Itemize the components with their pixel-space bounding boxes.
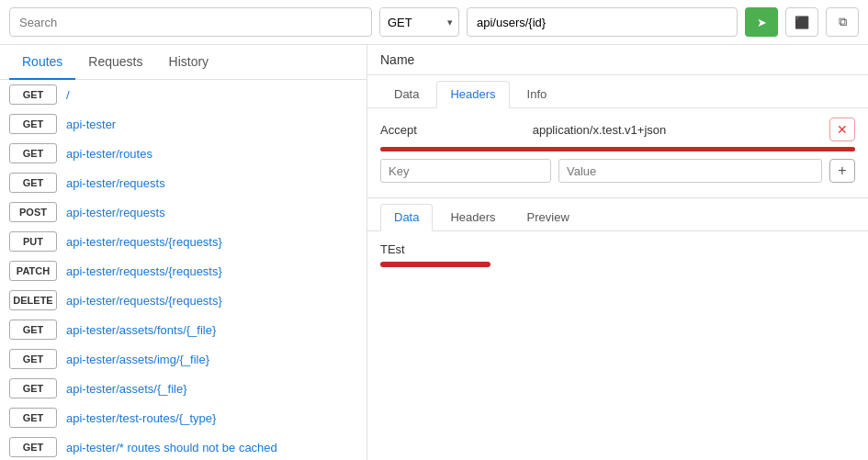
- main-content: Routes Requests History GET / GET api-te…: [0, 45, 868, 460]
- tab-headers[interactable]: Headers: [436, 81, 509, 108]
- route-path: api-tester/requests/{requests}: [66, 235, 222, 249]
- method-select-wrapper: GET POST PUT PATCH DELETE ▾: [379, 7, 459, 37]
- method-badge: GET: [9, 320, 57, 340]
- response-label: TEst: [380, 242, 855, 256]
- new-header-row: +: [380, 159, 855, 183]
- method-badge: GET: [9, 408, 57, 428]
- url-input[interactable]: [467, 7, 738, 37]
- list-item[interactable]: DELETE api-tester/requests/{requests}: [0, 286, 366, 315]
- list-item[interactable]: GET api-tester/test-routes/{_type}: [0, 403, 366, 432]
- header-key-label: Accept: [380, 123, 525, 137]
- search-input[interactable]: [9, 7, 372, 37]
- response-tab-headers[interactable]: Headers: [436, 204, 509, 230]
- list-item[interactable]: GET api-tester/routes: [0, 139, 366, 168]
- headers-section: Accept application/x.test.v1+json ✕ +: [367, 108, 868, 197]
- response-tab-data[interactable]: Data: [380, 204, 433, 231]
- top-bar: GET POST PUT PATCH DELETE ▾ ➤ ⬛ ⧉: [0, 0, 868, 45]
- response-body: TEst: [367, 231, 868, 460]
- method-badge: GET: [9, 143, 57, 163]
- dropdown-arrow-icon: ▾: [442, 17, 458, 28]
- tab-routes[interactable]: Routes: [9, 45, 75, 80]
- delete-header-button[interactable]: ✕: [829, 118, 855, 141]
- method-badge: GET: [9, 173, 57, 193]
- route-path: api-tester/requests: [66, 206, 165, 219]
- list-item[interactable]: GET api-tester: [0, 109, 366, 139]
- method-select[interactable]: GET POST PUT PATCH DELETE: [380, 8, 442, 36]
- copy-button[interactable]: ⧉: [826, 7, 859, 37]
- route-path: api-tester/assets/{_file}: [66, 382, 187, 396]
- tab-history[interactable]: History: [156, 45, 222, 80]
- route-path: api-tester/requests/{requests}: [66, 294, 222, 308]
- route-path: api-tester/requests/{requests}: [66, 264, 222, 278]
- method-badge: POST: [9, 202, 57, 222]
- method-badge: GET: [9, 114, 57, 134]
- list-item[interactable]: GET api-tester/requests: [0, 168, 366, 197]
- save-icon: ⬛: [795, 16, 809, 29]
- header-row: Accept application/x.test.v1+json ✕: [380, 118, 855, 141]
- list-item[interactable]: GET api-tester/assets/{_file}: [0, 374, 366, 403]
- route-path: api-tester/assets/fonts/{_file}: [66, 323, 216, 337]
- header-value-label: application/x.test.v1+json: [533, 123, 822, 137]
- method-badge: GET: [9, 437, 57, 457]
- route-list: GET / GET api-tester GET api-tester/rout…: [0, 80, 366, 460]
- tab-data[interactable]: Data: [380, 81, 433, 107]
- copy-icon: ⧉: [839, 15, 847, 29]
- method-badge: GET: [9, 349, 57, 369]
- send-button[interactable]: ➤: [745, 7, 778, 37]
- method-badge: GET: [9, 84, 57, 105]
- left-panel: Routes Requests History GET / GET api-te…: [0, 45, 367, 460]
- list-item[interactable]: POST api-tester/requests: [0, 197, 366, 227]
- left-tabs: Routes Requests History: [0, 45, 366, 80]
- route-path: api-tester/routes: [66, 147, 152, 161]
- method-badge: GET: [9, 378, 57, 398]
- request-tabs: Data Headers Info: [367, 75, 868, 108]
- route-path: /: [66, 88, 70, 102]
- list-item[interactable]: GET /: [0, 80, 366, 109]
- tab-info[interactable]: Info: [513, 81, 561, 107]
- route-path: api-tester/test-routes/{_type}: [66, 411, 216, 425]
- route-path: api-tester/requests: [66, 176, 165, 190]
- method-badge: PATCH: [9, 261, 57, 281]
- list-item[interactable]: GET api-tester/* routes should not be ca…: [0, 432, 366, 460]
- add-header-button[interactable]: +: [829, 159, 855, 183]
- right-panel: Name Data Headers Info Accept applicatio…: [367, 45, 868, 460]
- header-key-input[interactable]: [380, 159, 551, 183]
- response-tab-preview[interactable]: Preview: [513, 204, 583, 230]
- response-red-bar: [380, 262, 490, 267]
- list-item[interactable]: PATCH api-tester/requests/{requests}: [0, 256, 366, 286]
- method-badge: PUT: [9, 231, 57, 252]
- header-value-input[interactable]: [558, 159, 822, 183]
- route-path: api-tester: [66, 118, 116, 131]
- tab-requests[interactable]: Requests: [75, 45, 155, 80]
- route-path: api-tester/assets/img/{_file}: [66, 353, 209, 366]
- send-icon: ➤: [757, 16, 767, 29]
- list-item[interactable]: PUT api-tester/requests/{requests}: [0, 227, 366, 256]
- response-tabs: Data Headers Preview: [367, 198, 868, 231]
- right-header-title: Name: [367, 45, 868, 75]
- route-path: api-tester/* routes should not be cached: [66, 441, 277, 454]
- list-item[interactable]: GET api-tester/assets/img/{_file}: [0, 344, 366, 374]
- header-red-bar: [380, 147, 855, 151]
- method-badge: DELETE: [9, 290, 57, 310]
- save-button[interactable]: ⬛: [785, 7, 818, 37]
- list-item[interactable]: GET api-tester/assets/fonts/{_file}: [0, 315, 366, 344]
- response-section: Data Headers Preview TEst: [367, 197, 868, 460]
